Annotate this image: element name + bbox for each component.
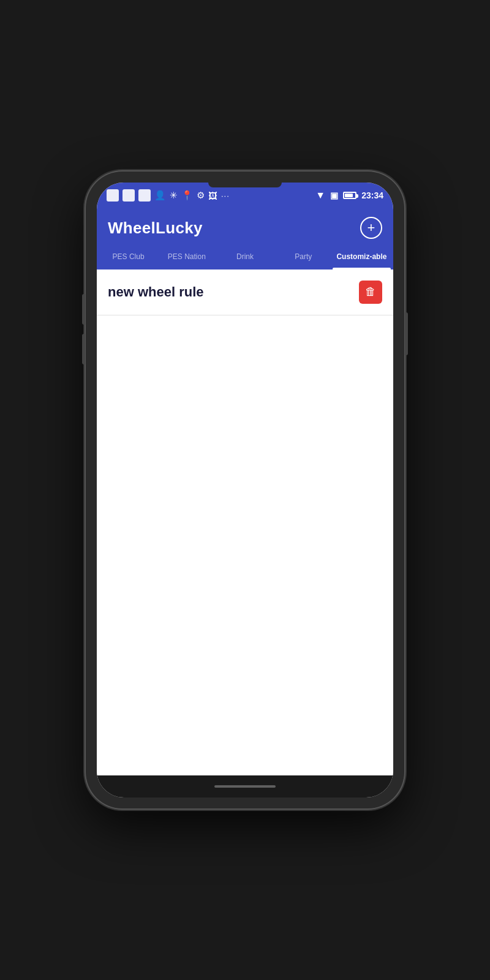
app-header: WheelLucky + [97,208,393,246]
tabs-bar: PES Club PES Nation Drink Party Customiz… [97,246,393,270]
phone-screen: 👤 ✳ 📍 ⚙ 🖼 ··· ▼ ▣ 23:34 WheelLucky + [97,183,393,797]
battery-icon [343,192,356,199]
status-time: 23:34 [361,190,383,200]
nav-pill [214,785,276,788]
trash-icon: 🗑 [365,285,376,298]
signal-icon: ▣ [330,190,338,200]
list-item-text: new wheel rule [108,284,204,300]
steering-icon: ⚙ [197,190,205,201]
status-bar-right: ▼ ▣ 23:34 [315,190,383,201]
status-bar-left: 👤 ✳ 📍 ⚙ 🖼 ··· [107,189,230,202]
tab-customizable[interactable]: Customiz-able [333,246,391,270]
wifi-icon: ▼ [315,190,325,201]
more-icon: ··· [221,191,230,200]
list-item: new wheel rule 🗑 [97,270,393,315]
app-icon-1 [107,189,119,202]
pinwheel-icon: ✳ [170,190,178,201]
app-icon-3 [138,189,151,202]
maps-icon: 📍 [181,190,193,201]
add-person-icon: 👤 [154,190,166,201]
app-title: WheelLucky [108,219,203,238]
tab-party[interactable]: Party [274,246,333,270]
add-button[interactable]: + [360,217,382,239]
volume-up-button[interactable] [82,294,85,325]
nav-indicator [97,775,393,797]
volume-down-button[interactable] [82,334,85,364]
tab-drink[interactable]: Drink [216,246,274,270]
image-icon: 🖼 [208,190,217,201]
phone-frame: 👤 ✳ 📍 ⚙ 🖼 ··· ▼ ▣ 23:34 WheelLucky + [86,172,404,809]
phone-notch [208,183,282,187]
battery-fill [345,194,353,197]
tab-pes-club[interactable]: PES Club [99,246,157,270]
app-icon-2 [123,189,135,202]
tab-pes-nation[interactable]: PES Nation [157,246,216,270]
delete-button[interactable]: 🗑 [359,281,382,304]
content-area: new wheel rule 🗑 [97,270,393,775]
power-button[interactable] [405,312,408,355]
